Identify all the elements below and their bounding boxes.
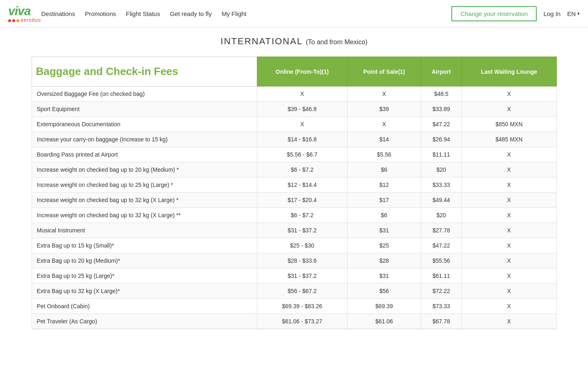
fee-value: $48.5 xyxy=(421,86,462,102)
fee-value: X xyxy=(462,193,556,208)
fee-value: $27.78 xyxy=(421,223,462,238)
fee-value: $25 xyxy=(347,238,421,253)
section-title: INTERNATIONAL (To and from Mexico) xyxy=(32,36,557,47)
fee-value: X xyxy=(462,268,556,284)
service-name: Pet Traveler (As Cargo) xyxy=(32,314,257,329)
fee-value: X xyxy=(462,299,556,314)
table-row: Extra Bag up to 20 kg (Medium)*$28 - $33… xyxy=(32,253,556,268)
logo-viva: viva xyxy=(8,4,41,18)
fee-value: X xyxy=(347,117,421,132)
fee-value: $61.06 xyxy=(347,314,421,329)
service-name: Musical Instrument xyxy=(32,223,257,238)
fee-table: Baggage and Check-in Fees Online (From-T… xyxy=(32,57,557,329)
nav-links: Destinations Promotions Flight Status Ge… xyxy=(41,10,451,17)
fee-value: $33.33 xyxy=(421,177,462,193)
service-name: Extra Bag up to 32 kg (X Large)* xyxy=(32,284,257,299)
fee-value: $14 xyxy=(347,132,421,147)
service-name: Extra Bag up to 20 kg (Medium)* xyxy=(32,253,257,268)
nav-destinations[interactable]: Destinations xyxy=(41,10,75,17)
fee-value: X xyxy=(462,314,556,329)
fee-value: X xyxy=(462,238,556,253)
fee-value: $39 - $46.8 xyxy=(257,102,347,117)
fee-value: $61.06 - $73.27 xyxy=(257,314,347,329)
fee-value: X xyxy=(462,208,556,223)
lang-label: EN xyxy=(567,10,576,17)
fee-value: $49.44 xyxy=(421,193,462,208)
fee-value: X xyxy=(347,86,421,102)
navbar: viva aerobus Destinations Promotions Fli… xyxy=(0,0,588,28)
fee-value: $17 xyxy=(347,193,421,208)
fee-value: $17 - $20.4 xyxy=(257,193,347,208)
section-subtitle: (To and from Mexico) xyxy=(306,39,367,45)
fee-value: $485 MXN xyxy=(462,132,556,147)
table-row: Pet Traveler (As Cargo)$61.06 - $73.27$6… xyxy=(32,314,556,329)
fee-value: $12 xyxy=(347,177,421,193)
fee-value: X xyxy=(462,253,556,268)
fee-value: $39 xyxy=(347,102,421,117)
service-name: Boarding Pass printed at Airport xyxy=(32,147,257,162)
fee-value: $5.56 xyxy=(347,147,421,162)
fee-value: $850 MXN xyxy=(462,117,556,132)
fee-value: $31 xyxy=(347,268,421,284)
table-heading: Baggage and Check-in Fees xyxy=(32,57,257,86)
table-row: Sport Equipment$39 - $46.8$39$33.89X xyxy=(32,102,556,117)
chevron-down-icon: ▾ xyxy=(577,11,580,16)
logo-dot-red xyxy=(8,19,11,22)
nav-get-ready[interactable]: Get ready to fly xyxy=(170,10,212,17)
fee-value: $26.94 xyxy=(421,132,462,147)
section-title-main: INTERNATIONAL xyxy=(221,36,303,46)
login-link[interactable]: Log In xyxy=(543,10,561,17)
table-row: Extra Bag up to 25 kg (Large)*$31 - $37.… xyxy=(32,268,556,284)
col-lounge: Last Waiting Lounge xyxy=(462,57,556,86)
lang-selector[interactable]: EN ▾ xyxy=(567,10,580,17)
service-name: Sport Equipment xyxy=(32,102,257,117)
table-row: Extemporaneous DocumentationXX$47.22$850… xyxy=(32,117,556,132)
fee-value: $31 - $37.2 xyxy=(257,268,347,284)
fee-value: $6 xyxy=(347,208,421,223)
service-name: Increase weight on checked bag up to 32 … xyxy=(32,208,257,223)
table-row: Pet Onboard (Cabin)$69.39 - $83.26$69.39… xyxy=(32,299,556,314)
table-row: Extra Bag up to 15 kg (Small)*$25 - $30$… xyxy=(32,238,556,253)
table-row: Increase weight on checked bag up to 20 … xyxy=(32,162,556,177)
fee-value: X xyxy=(462,223,556,238)
nav-flight-status[interactable]: Flight Status xyxy=(126,10,160,17)
table-row: Increase your carry-on baggage (Increase… xyxy=(32,132,556,147)
service-name: Extra Bag up to 25 kg (Large)* xyxy=(32,268,257,284)
fee-value: $14 - $16.8 xyxy=(257,132,347,147)
col-pos: Point of Sale(1) xyxy=(347,57,421,86)
fee-value: $69.39 - $83.26 xyxy=(257,299,347,314)
fee-value: $56 - $67.2 xyxy=(257,284,347,299)
fee-value: $20 xyxy=(421,162,462,177)
fee-value: $55.56 xyxy=(421,253,462,268)
fee-value: $47.22 xyxy=(421,238,462,253)
fee-value: $28 xyxy=(347,253,421,268)
service-name: Increase weight on checked bag up to 20 … xyxy=(32,162,257,177)
main-content: INTERNATIONAL (To and from Mexico) Bagga… xyxy=(15,28,573,346)
col-online: Online (From-To)(1) xyxy=(257,57,347,86)
table-row: Increase weight on checked bag up to 25 … xyxy=(32,177,556,193)
fee-value: X xyxy=(257,117,347,132)
fee-value: $31 - $37.2 xyxy=(257,223,347,238)
fee-value: $5.56 - $6.7 xyxy=(257,147,347,162)
fee-value: $6 xyxy=(347,162,421,177)
fee-value: $12 - $14.4 xyxy=(257,177,347,193)
fee-value: X xyxy=(462,162,556,177)
fee-value: $69.39 xyxy=(347,299,421,314)
nav-promotions[interactable]: Promotions xyxy=(85,10,116,17)
logo[interactable]: viva aerobus xyxy=(8,4,41,23)
service-name: Extra Bag up to 15 kg (Small)* xyxy=(32,238,257,253)
change-reservation-button[interactable]: Change your reservation xyxy=(451,6,537,21)
fee-value: X xyxy=(462,102,556,117)
fee-value: X xyxy=(257,86,347,102)
logo-dot-red2 xyxy=(12,19,15,22)
fee-value: $73.33 xyxy=(421,299,462,314)
fee-value: $6 - $7.2 xyxy=(257,162,347,177)
fee-value: X xyxy=(462,177,556,193)
col-airport: Airport xyxy=(421,57,462,86)
fee-value: $56 xyxy=(347,284,421,299)
fee-value: $31 xyxy=(347,223,421,238)
fee-value: $72.22 xyxy=(421,284,462,299)
nav-my-flight[interactable]: My Flight xyxy=(222,10,247,17)
logo-dot-orange xyxy=(16,19,19,22)
fee-value: X xyxy=(462,284,556,299)
